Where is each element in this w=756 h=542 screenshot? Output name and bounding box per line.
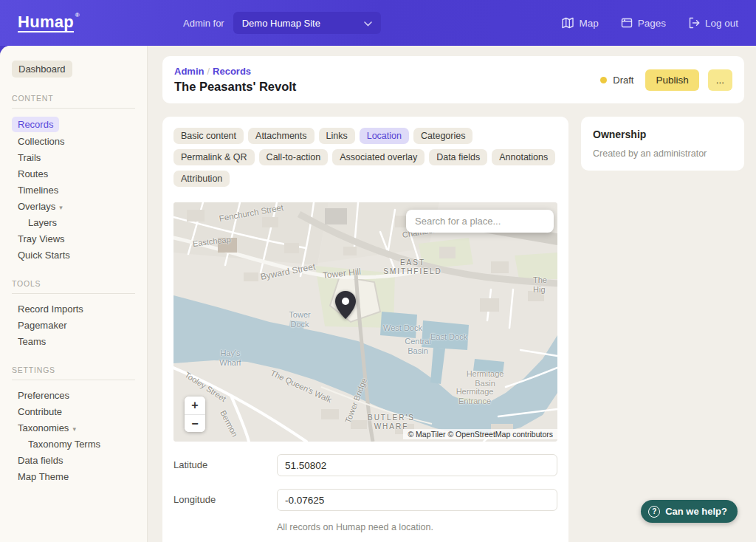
map-marker-pin[interactable]	[333, 289, 358, 320]
sidebar-item-timelines[interactable]: Timelines	[12, 182, 135, 198]
map-attribution[interactable]: © MapTiler © OpenStreetMap contributors	[403, 429, 557, 439]
sidebar-item-map-theme[interactable]: Map Theme	[12, 469, 135, 484]
header-nav: Map Pages Log out	[562, 17, 738, 29]
more-actions-button[interactable]: ...	[708, 69, 732, 91]
map-search-input[interactable]	[406, 210, 554, 233]
chevron-down-icon: ▾	[72, 425, 76, 433]
longitude-field[interactable]	[277, 489, 557, 511]
site-select-dropdown[interactable]: Demo Humap Site	[233, 12, 381, 34]
tab-attachments[interactable]: Attachments	[248, 128, 314, 144]
sidebar-item-overlays[interactable]: Overlays▾	[12, 199, 135, 214]
sidebar: Dashboard CONTENT Records Collections Tr…	[0, 46, 148, 542]
nav-pages-link[interactable]: Pages	[621, 17, 666, 29]
latitude-field[interactable]	[277, 454, 557, 476]
divider	[12, 380, 135, 380]
breadcrumb-admin[interactable]: Admin	[174, 66, 204, 77]
nav-map-link[interactable]: Map	[562, 17, 598, 29]
admin-for-label: Admin for	[183, 18, 224, 29]
sidebar-item-layers[interactable]: Layers	[22, 215, 135, 230]
top-header: Humap® Admin for Demo Humap Site Map Pag…	[0, 0, 756, 46]
location-map[interactable]: Fenchurch Street Eastcheap Chamber Stree…	[173, 202, 557, 442]
sidebar-item-tray-views[interactable]: Tray Views	[12, 231, 135, 247]
tab-associated-overlay[interactable]: Associated overlay	[332, 149, 425, 165]
sidebar-item-routes[interactable]: Routes	[12, 166, 135, 182]
map-basemap	[173, 202, 557, 442]
humap-logo[interactable]: Humap®	[18, 14, 74, 32]
latitude-label: Latitude	[173, 454, 277, 476]
sidebar-item-overlays-label: Overlays	[18, 201, 55, 212]
sidebar-item-collections[interactable]: Collections	[12, 134, 135, 149]
sidebar-item-taxonomies-label: Taxonomies	[18, 422, 69, 433]
logo-text: Humap	[18, 13, 74, 31]
ownership-panel: Ownership Created by an administrator	[581, 117, 744, 171]
chevron-down-icon: ▾	[59, 204, 63, 211]
sidebar-section-tools: TOOLS	[12, 279, 135, 288]
sidebar-item-pagemaker[interactable]: Pagemaker	[12, 318, 135, 333]
divider	[12, 108, 135, 109]
nav-map-label: Map	[579, 18, 598, 29]
ownership-body: Created by an administrator	[593, 148, 732, 159]
nav-pages-label: Pages	[638, 18, 666, 29]
sidebar-item-taxonomies[interactable]: Taxonomies▾	[12, 420, 135, 436]
tab-categories[interactable]: Categories	[413, 128, 472, 144]
sidebar-item-dashboard[interactable]: Dashboard	[12, 61, 72, 78]
sidebar-section-settings: SETTINGS	[12, 366, 135, 374]
tab-permalink-qr[interactable]: Permalink & QR	[173, 149, 255, 165]
zoom-out-button[interactable]: −	[185, 414, 205, 432]
breadcrumb-separator: /	[207, 66, 210, 77]
logout-icon	[688, 17, 700, 29]
record-tabs: Basic content Attachments Links Location…	[173, 128, 557, 187]
site-select-value: Demo Humap Site	[242, 18, 320, 29]
tab-attribution[interactable]: Attribution	[173, 171, 230, 187]
sidebar-item-records[interactable]: Records	[12, 117, 59, 132]
divider	[12, 293, 135, 294]
can-we-help-button[interactable]: ? Can we help?	[641, 500, 738, 523]
sidebar-item-record-imports[interactable]: Record Imports	[12, 301, 135, 317]
sidebar-item-quick-starts[interactable]: Quick Starts	[12, 247, 135, 263]
tab-call-to-action[interactable]: Call-to-action	[259, 149, 329, 165]
nav-logout-label: Log out	[705, 18, 738, 29]
page-title: The Peasants' Revolt	[174, 80, 296, 94]
status-badge: Draft	[613, 75, 633, 86]
location-panel: Basic content Attachments Links Location…	[162, 117, 568, 542]
map-icon	[562, 17, 574, 29]
tab-links[interactable]: Links	[319, 128, 355, 144]
tab-annotations[interactable]: Annotations	[492, 149, 555, 165]
breadcrumb-records[interactable]: Records	[213, 66, 251, 77]
breadcrumb: Admin/Records	[174, 66, 296, 77]
publish-button[interactable]: Publish	[645, 69, 698, 91]
zoom-in-button[interactable]: +	[185, 397, 205, 414]
help-paragraph-1: All records on Humap need a location.	[277, 521, 557, 535]
content-sheet: Dashboard CONTENT Records Collections Tr…	[0, 46, 756, 542]
tab-data-fields[interactable]: Data fields	[429, 149, 487, 165]
sidebar-item-trails[interactable]: Trails	[12, 150, 135, 165]
main-area: Admin/Records The Peasants' Revolt Draft…	[148, 46, 756, 542]
tab-location[interactable]: Location	[360, 128, 409, 144]
sidebar-item-contribute[interactable]: Contribute	[12, 404, 135, 419]
sidebar-section-content: CONTENT	[12, 94, 135, 103]
draft-status-dot	[600, 77, 607, 83]
can-we-help-label: Can we help?	[665, 506, 727, 517]
ownership-title: Ownership	[593, 128, 732, 140]
sidebar-item-taxonomy-terms[interactable]: Taxonomy Terms	[22, 436, 135, 452]
sidebar-item-teams[interactable]: Teams	[12, 334, 135, 349]
longitude-label: Longitude	[173, 489, 277, 511]
sidebar-item-preferences[interactable]: Preferences	[12, 388, 135, 403]
registered-mark: ®	[75, 13, 80, 18]
nav-logout-link[interactable]: Log out	[688, 17, 738, 29]
record-header-card: Admin/Records The Peasants' Revolt Draft…	[162, 56, 744, 103]
location-help-text: All records on Humap need a location. Yo…	[277, 521, 557, 542]
map-zoom-control: + −	[185, 397, 205, 432]
question-mark-icon: ?	[648, 506, 660, 518]
tab-basic-content[interactable]: Basic content	[173, 128, 244, 144]
chevron-down-icon	[364, 18, 372, 29]
pages-icon	[621, 17, 633, 29]
sidebar-item-data-fields[interactable]: Data fields	[12, 453, 135, 468]
